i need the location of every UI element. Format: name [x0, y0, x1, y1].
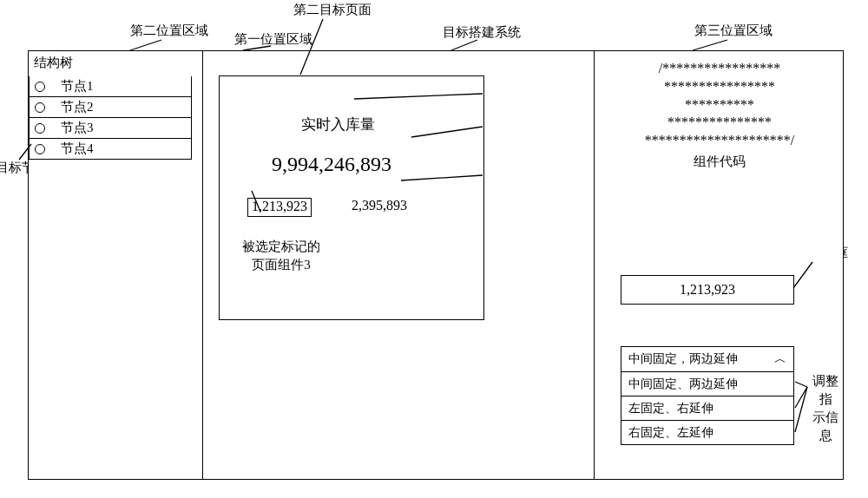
radio-icon	[35, 82, 45, 92]
label-adjust-info: 调整指 示信息	[808, 372, 843, 445]
tree-node-label: 节点1	[61, 78, 94, 95]
page-component-2[interactable]: 9,994,246,893	[272, 153, 391, 176]
alignment-option[interactable]: 中间固定、两边延伸	[621, 371, 793, 396]
component-code-block: /***************** **************** ****…	[595, 60, 845, 150]
tree-node-label: 节点4	[61, 141, 94, 157]
tree-node-label: 节点2	[61, 99, 94, 115]
tree-node-3[interactable]: 节点3	[29, 118, 192, 139]
label-area1: 第一位置区域	[234, 31, 312, 48]
alignment-selected[interactable]: 中间固定，两边延伸 ︿	[621, 347, 793, 371]
label-page2: 第二目标页面	[293, 2, 372, 18]
page-component-1[interactable]: 实时入库量	[301, 115, 375, 134]
tree-node-1[interactable]: 节点1	[29, 76, 192, 97]
tree-title: 结构树	[29, 51, 192, 76]
alignment-select[interactable]: 中间固定，两边延伸 ︿ 中间固定、两边延伸 左固定、右延伸 右固定、左延伸	[621, 346, 794, 445]
option-label: 中间固定、两边延伸	[628, 377, 738, 392]
text-edit-input[interactable]: 1,213,923	[621, 275, 794, 305]
alignment-option[interactable]: 右固定、左延伸	[621, 420, 793, 444]
component-code-label: 组件代码	[595, 154, 845, 170]
label-area3: 第三位置区域	[694, 23, 773, 39]
radio-icon	[35, 123, 45, 134]
option-label: 左固定、右延伸	[628, 401, 713, 416]
area-1-panel: 实时入库量 9,994,246,893 1,213,923 2,395,893 …	[202, 51, 595, 479]
tree-node-4[interactable]: 节点4	[29, 139, 192, 160]
label-area2: 第二位置区域	[130, 23, 208, 39]
radio-icon	[35, 102, 45, 113]
svg-line-3	[451, 40, 477, 50]
area-3-panel: /***************** **************** ****…	[595, 51, 845, 479]
system-window: 结构树 节点1 节点2 节点3 节点4 实时入库量 9,994,246,8	[28, 50, 844, 480]
tree-node-2[interactable]: 节点2	[29, 97, 192, 118]
area-2-panel: 结构树 节点1 节点2 节点3 节点4	[29, 51, 192, 479]
option-label: 中间固定，两边延伸	[628, 351, 738, 367]
page-component-3-caption: 被选定标记的 页面组件3	[242, 238, 320, 274]
page-component-3-selected[interactable]: 1,213,923	[247, 198, 312, 217]
second-target-page: 实时入库量 9,994,246,893 1,213,923 2,395,893 …	[219, 75, 484, 320]
radio-icon	[35, 144, 45, 154]
chevron-up-icon: ︿	[774, 351, 786, 367]
tree-node-label: 节点3	[61, 120, 94, 136]
alignment-option[interactable]: 左固定、右延伸	[621, 396, 793, 420]
svg-line-0	[130, 40, 161, 50]
svg-line-4	[693, 40, 727, 50]
page-component-4[interactable]: 2,395,893	[352, 198, 407, 213]
option-label: 右固定、左延伸	[628, 425, 713, 441]
label-target-system: 目标搭建系统	[443, 24, 521, 41]
